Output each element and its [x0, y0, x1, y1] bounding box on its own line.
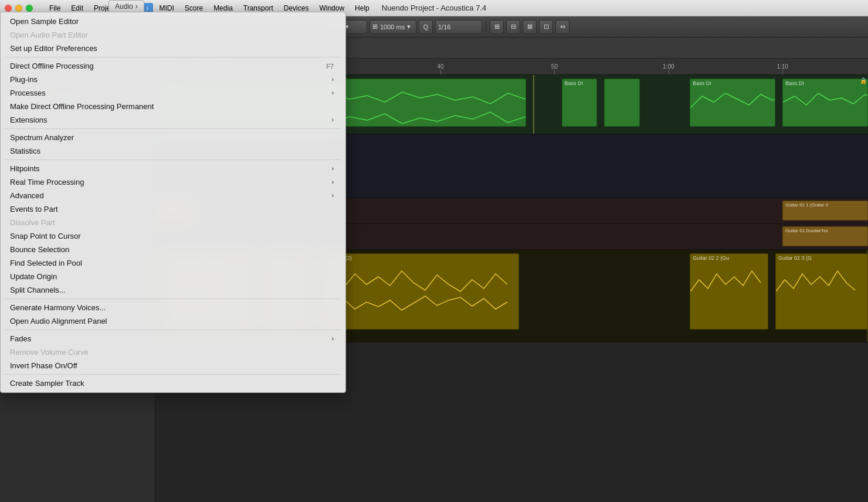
ctx-real-time-processing[interactable]: Real Time Processing ›: [1, 175, 345, 189]
ctx-label-setup-prefs: Set up Editor Preferences: [10, 44, 97, 53]
ctx-shortcut-direct-offline: F7: [326, 63, 334, 70]
ctx-label-hitpoints: Hitpoints: [10, 164, 40, 173]
ctx-dissolve-part[interactable]: Dissolve Part: [1, 216, 345, 229]
context-menu-overlay: Audio › Open Sample Editor Open Audio Pa…: [0, 0, 868, 502]
ctx-label-generate-harmony: Generate Harmony Voices...: [10, 303, 106, 312]
ctx-label-plugins: Plug-ins: [10, 75, 38, 84]
ctx-open-sample-editor[interactable]: Open Sample Editor: [1, 15, 345, 28]
ctx-label-bounce-selection: Bounce Selection: [10, 245, 69, 254]
ctx-label-real-time: Real Time Processing: [10, 178, 84, 186]
ctx-label-make-direct: Make Direct Offline Processing Permanent: [10, 102, 154, 111]
ctx-sep-3: [5, 160, 341, 160]
ctx-label-direct-offline: Direct Offline Processing: [10, 62, 94, 70]
ctx-statistics[interactable]: Statistics: [1, 144, 345, 158]
ctx-create-sampler-track[interactable]: Create Sampler Track: [1, 376, 345, 390]
ctx-label-extensions: Extensions: [10, 116, 48, 124]
ctx-advanced[interactable]: Advanced ›: [1, 189, 345, 202]
ctx-snap-point-cursor[interactable]: Snap Point to Cursor: [1, 229, 345, 243]
context-menu-header: Audio ›: [108, 0, 144, 13]
ctx-label-fades: Fades: [10, 334, 31, 343]
ctx-label-invert-phase: Invert Phase On/Off: [10, 361, 77, 370]
ctx-open-audio-part-editor[interactable]: Open Audio Part Editor: [1, 28, 345, 42]
context-menu-audio: Open Sample Editor Open Audio Part Edito…: [0, 12, 346, 393]
ctx-label-split-channels: Split Channels...: [10, 286, 66, 294]
ctx-label-open-sample: Open Sample Editor: [10, 17, 79, 26]
context-menu-header-label: Audio: [115, 2, 133, 11]
ctx-arrow-real-time: ›: [332, 179, 334, 185]
ctx-label-advanced: Advanced: [10, 191, 44, 200]
ctx-label-remove-volume: Remove Volume Curve: [10, 348, 89, 357]
ctx-update-origin[interactable]: Update Origin: [1, 270, 345, 283]
ctx-arrow-fades: ›: [332, 335, 334, 342]
ctx-label-create-sampler: Create Sampler Track: [10, 379, 84, 388]
ctx-arrow-extensions: ›: [332, 117, 334, 123]
context-menu-header-arrow: ›: [135, 2, 138, 11]
ctx-extensions[interactable]: Extensions ›: [1, 113, 345, 127]
ctx-arrow-hitpoints: ›: [332, 165, 334, 172]
ctx-fades[interactable]: Fades ›: [1, 332, 345, 345]
ctx-sep-5: [5, 330, 341, 330]
ctx-events-to-part[interactable]: Events to Part: [1, 202, 345, 216]
ctx-invert-phase[interactable]: Invert Phase On/Off: [1, 359, 345, 372]
ctx-plugins[interactable]: Plug-ins ›: [1, 73, 345, 86]
ctx-label-processes: Processes: [10, 89, 46, 97]
ctx-hitpoints[interactable]: Hitpoints ›: [1, 162, 345, 175]
ctx-label-statistics: Statistics: [10, 147, 40, 155]
ctx-sep-4: [5, 299, 341, 299]
ctx-generate-harmony[interactable]: Generate Harmony Voices...: [1, 301, 345, 314]
ctx-split-channels[interactable]: Split Channels...: [1, 283, 345, 297]
ctx-find-selected-pool[interactable]: Find Selected in Pool: [1, 256, 345, 270]
ctx-label-spectrum: Spectrum Analyzer: [10, 133, 74, 142]
ctx-label-audio-alignment: Open Audio Alignment Panel: [10, 317, 107, 325]
ctx-make-direct-permanent[interactable]: Make Direct Offline Processing Permanent: [1, 100, 345, 113]
ctx-bounce-selection[interactable]: Bounce Selection: [1, 243, 345, 256]
ctx-setup-editor-prefs[interactable]: Set up Editor Preferences: [1, 42, 345, 55]
ctx-label-events-to-part: Events to Part: [10, 205, 58, 213]
ctx-label-open-audio-part: Open Audio Part Editor: [10, 30, 88, 39]
ctx-label-find-selected: Find Selected in Pool: [10, 259, 82, 267]
ctx-sep-1: [5, 57, 341, 57]
ctx-sep-2: [5, 128, 341, 129]
ctx-spectrum-analyzer[interactable]: Spectrum Analyzer: [1, 131, 345, 144]
ctx-open-audio-alignment[interactable]: Open Audio Alignment Panel: [1, 314, 345, 328]
ctx-arrow-plugins: ›: [332, 76, 334, 83]
ctx-label-snap-point: Snap Point to Cursor: [10, 232, 81, 240]
ctx-sep-6: [5, 374, 341, 375]
ctx-remove-volume-curve[interactable]: Remove Volume Curve: [1, 345, 345, 359]
ctx-arrow-processes: ›: [332, 90, 334, 96]
ctx-arrow-advanced: ›: [332, 192, 334, 199]
ctx-label-update-origin: Update Origin: [10, 272, 57, 281]
ctx-direct-offline[interactable]: Direct Offline Processing F7: [1, 59, 345, 73]
ctx-processes[interactable]: Processes ›: [1, 86, 345, 100]
ctx-label-dissolve-part: Dissolve Part: [10, 218, 55, 227]
